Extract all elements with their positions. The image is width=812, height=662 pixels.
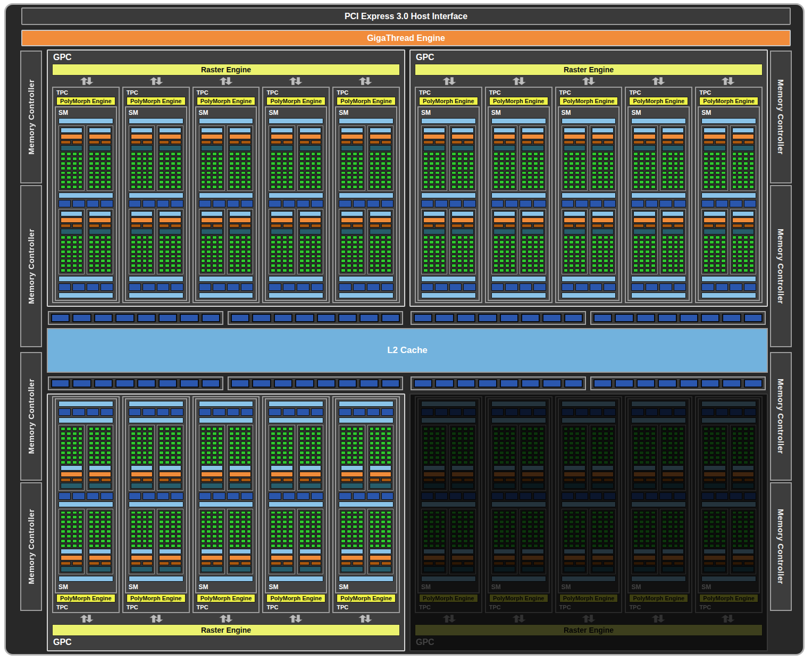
- warp-scheduler-bar: [564, 217, 585, 223]
- core: [218, 460, 223, 464]
- core: [569, 456, 574, 459]
- core: [569, 544, 574, 548]
- partition-l1-buffer-bar: [704, 465, 725, 471]
- dispatch-unit: [171, 562, 181, 565]
- ldst-segment: [157, 408, 169, 416]
- core: [493, 456, 498, 459]
- core: [375, 175, 380, 179]
- register-file-bar: [131, 483, 153, 489]
- core: [575, 530, 580, 533]
- core: [341, 525, 346, 529]
- core: [148, 534, 153, 538]
- core: [598, 245, 602, 249]
- core: [282, 259, 287, 263]
- core: [89, 171, 94, 175]
- core: [288, 460, 293, 464]
- core: [633, 171, 638, 175]
- core: [441, 264, 446, 267]
- partition-l1-buffer-bar: [522, 549, 543, 554]
- ldst-segment: [435, 492, 447, 500]
- core: [528, 240, 532, 244]
- warp-scheduler-bar: [61, 134, 82, 139]
- core: [299, 544, 304, 548]
- core: [564, 180, 568, 184]
- dispatch-units-row: [493, 224, 515, 228]
- core: [148, 437, 153, 440]
- ldst-segment: [311, 283, 323, 291]
- core: [381, 185, 386, 189]
- partition-l1-buffer-bar: [61, 549, 82, 554]
- crossbar-segment: [51, 379, 70, 388]
- core: [177, 180, 181, 184]
- core: [271, 515, 275, 519]
- core: [662, 240, 667, 244]
- core: [358, 166, 363, 170]
- core: [581, 259, 585, 263]
- core: [282, 515, 287, 519]
- core: [749, 432, 754, 435]
- core: [95, 437, 99, 440]
- dispatch-unit: [564, 478, 574, 482]
- core: [218, 456, 223, 459]
- core: [451, 240, 456, 244]
- core: [165, 185, 170, 189]
- dispatch-unit: [505, 140, 515, 144]
- dispatch-unit: [370, 478, 380, 482]
- core: [651, 511, 656, 515]
- core: [441, 437, 446, 440]
- core: [143, 255, 147, 258]
- core: [441, 515, 446, 519]
- sm-partition: [491, 425, 517, 491]
- warp-scheduler-bar: [370, 555, 391, 560]
- core: [575, 441, 580, 445]
- core: [316, 544, 321, 548]
- core: [370, 451, 374, 455]
- ldst-segment: [533, 283, 546, 291]
- warp-scheduler-bar: [522, 134, 543, 139]
- core: [469, 534, 474, 538]
- sm-partition: [87, 425, 113, 491]
- register-file-bar: [341, 229, 363, 234]
- core: [347, 460, 351, 464]
- ldst-segment: [241, 492, 253, 500]
- core: [522, 162, 526, 165]
- core: [247, 456, 252, 459]
- core: [95, 236, 99, 239]
- ldst-segment: [435, 283, 447, 291]
- core: [704, 175, 708, 179]
- core: [522, 460, 526, 464]
- core: [493, 432, 498, 435]
- core: [358, 520, 363, 524]
- register-file-bar: [522, 145, 543, 151]
- core: [341, 446, 346, 450]
- core: [143, 269, 147, 272]
- core: [218, 152, 223, 156]
- warp-scheduler-bar: [423, 555, 445, 560]
- core: [499, 180, 504, 184]
- core: [604, 520, 608, 524]
- core: [61, 427, 65, 431]
- core: [510, 171, 515, 175]
- tpc-label: TPC: [55, 604, 117, 611]
- core: [423, 166, 428, 170]
- core: [721, 515, 726, 519]
- core: [633, 175, 638, 179]
- core: [457, 515, 462, 519]
- polymorph-engine: PolyMorph Engine: [629, 594, 688, 602]
- core: [539, 245, 544, 249]
- ldst-segment: [58, 492, 71, 500]
- core: [288, 525, 293, 529]
- core: [463, 427, 468, 431]
- core: [493, 180, 498, 184]
- core: [609, 171, 614, 175]
- core: [609, 534, 614, 538]
- core: [604, 511, 608, 515]
- partition-l1-buffer-bar: [229, 465, 251, 471]
- dispatch-unit: [229, 224, 239, 228]
- register-file-bar: [341, 566, 363, 572]
- core: [715, 446, 720, 450]
- dispatch-unit: [592, 478, 602, 482]
- core: [61, 245, 65, 249]
- core: [662, 437, 667, 440]
- core: [375, 269, 380, 272]
